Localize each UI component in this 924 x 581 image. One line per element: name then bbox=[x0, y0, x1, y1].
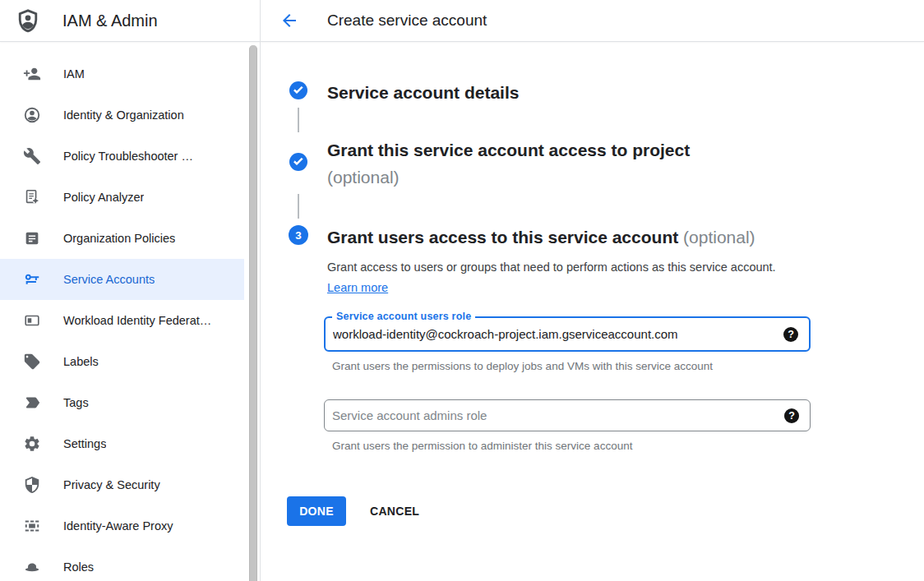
sidebar-item-organization-policies[interactable]: Organization Policies bbox=[0, 218, 244, 259]
step1-title[interactable]: Service account details bbox=[327, 79, 519, 106]
gear-icon bbox=[23, 435, 41, 453]
learn-more-link[interactable]: Learn more bbox=[327, 281, 388, 294]
service-account-admins-role-field: ? bbox=[324, 399, 811, 431]
sidebar-item-privacy-security[interactable]: Privacy & Security bbox=[0, 464, 244, 505]
person-add-icon bbox=[23, 65, 41, 83]
sidebar-item-identity-organization[interactable]: Identity & Organization bbox=[0, 95, 244, 136]
page-title: Create service account bbox=[327, 0, 487, 41]
account-circle-icon bbox=[23, 106, 41, 124]
step3-optional-label: (optional) bbox=[683, 228, 755, 247]
hat-icon bbox=[23, 558, 41, 576]
sidebar-item-tags[interactable]: Tags bbox=[0, 382, 244, 423]
step3-number-badge: 3 bbox=[289, 225, 308, 245]
step2-title[interactable]: Grant this service account access to pro… bbox=[327, 136, 690, 191]
admins-role-helper-text: Grant users the permission to administer… bbox=[332, 440, 632, 452]
sidebar-item-settings[interactable]: Settings bbox=[0, 423, 244, 464]
sidebar-item-label: Labels bbox=[63, 355, 99, 368]
sidebar-item-label: Identity & Organization bbox=[63, 108, 184, 122]
sidebar-scrollbar-thumb[interactable] bbox=[249, 45, 257, 581]
help-question-icon[interactable]: ? bbox=[783, 327, 798, 342]
admins-role-input[interactable] bbox=[325, 400, 772, 431]
step-connector bbox=[298, 108, 299, 132]
sidebar-item-workload-identity-federation[interactable]: Workload Identity Federat… bbox=[0, 300, 244, 341]
description-text: Grant access to users or groups that nee… bbox=[327, 261, 776, 274]
sidebar-item-label: Privacy & Security bbox=[63, 478, 160, 491]
sidebar-item-labels[interactable]: Labels bbox=[0, 341, 244, 382]
sidebar-item-policy-analyzer[interactable]: Policy Analyzer bbox=[0, 177, 244, 218]
sidebar-item-label: Policy Analyzer bbox=[63, 191, 144, 204]
sidebar-divider bbox=[260, 0, 261, 581]
sidebar-item-label: Tags bbox=[63, 396, 89, 409]
sidebar-item-label: Organization Policies bbox=[63, 232, 175, 245]
shield-icon bbox=[23, 476, 41, 494]
step3-title-text: Grant users access to this service accou… bbox=[327, 228, 678, 247]
sidebar: IAM Identity & Organization Policy Troub… bbox=[0, 43, 260, 581]
arrow-back-icon bbox=[280, 11, 299, 30]
tag-arrow-icon bbox=[23, 394, 41, 412]
sidebar-item-label: IAM bbox=[63, 67, 85, 81]
document-gear-icon bbox=[23, 188, 41, 206]
sidebar-item-service-accounts[interactable]: Service Accounts bbox=[0, 259, 244, 300]
sidebar-item-label: Workload Identity Federat… bbox=[63, 314, 211, 327]
sidebar-item-label: Identity-Aware Proxy bbox=[63, 519, 173, 533]
sidebar-item-identity-aware-proxy[interactable]: Identity-Aware Proxy bbox=[0, 505, 244, 546]
cancel-button[interactable]: CANCEL bbox=[358, 496, 431, 526]
step2-optional-label: (optional) bbox=[327, 168, 400, 187]
sidebar-item-iam[interactable]: IAM bbox=[0, 53, 244, 95]
badge-card-icon bbox=[23, 311, 41, 330]
sidebar-item-label: Settings bbox=[63, 437, 106, 450]
sidebar-item-label: Policy Troubleshooter … bbox=[63, 150, 193, 163]
service-account-key-icon bbox=[23, 270, 41, 288]
step1-check-icon bbox=[289, 81, 308, 100]
sidebar-nav-list: IAM Identity & Organization Policy Troub… bbox=[0, 43, 260, 581]
sidebar-item-label: Service Accounts bbox=[63, 273, 155, 286]
top-bar: IAM & Admin Create service account bbox=[0, 0, 924, 42]
iam-admin-screen: IAM & Admin Create service account IAM I… bbox=[0, 0, 924, 581]
step2-title-text: Grant this service account access to pro… bbox=[327, 141, 690, 159]
step2-check-icon bbox=[289, 152, 308, 172]
done-button[interactable]: DONE bbox=[287, 496, 346, 526]
help-question-icon[interactable]: ? bbox=[784, 408, 799, 423]
proxy-icon bbox=[23, 517, 41, 535]
step-connector bbox=[298, 194, 299, 219]
article-icon bbox=[23, 229, 41, 247]
app-title: IAM & Admin bbox=[62, 12, 158, 30]
step3-description: Grant access to users or groups that nee… bbox=[327, 257, 788, 298]
brand: IAM & Admin bbox=[16, 0, 158, 41]
users-role-helper-text: Grant users the permissions to deploy jo… bbox=[332, 360, 713, 372]
back-button[interactable] bbox=[278, 9, 301, 32]
step3-title[interactable]: Grant users access to this service accou… bbox=[327, 224, 755, 251]
sidebar-item-roles[interactable]: Roles bbox=[0, 546, 244, 581]
service-account-users-role-field: Service account users role ? bbox=[324, 316, 811, 352]
iam-shield-person-icon bbox=[16, 7, 41, 34]
label-tag-icon bbox=[23, 353, 41, 371]
sidebar-item-policy-troubleshooter[interactable]: Policy Troubleshooter … bbox=[0, 136, 244, 177]
sidebar-item-label: Roles bbox=[63, 560, 94, 574]
users-role-input[interactable] bbox=[326, 318, 771, 350]
wrench-icon bbox=[23, 147, 41, 165]
